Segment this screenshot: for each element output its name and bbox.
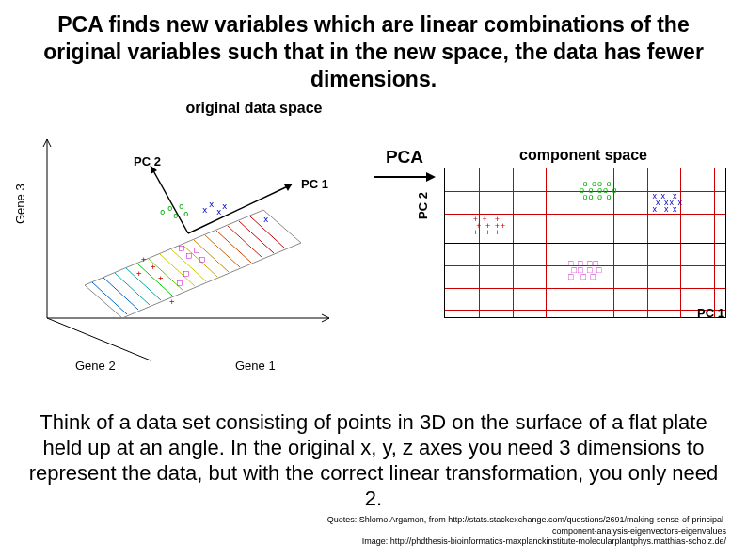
svg-text:□: □: [199, 254, 205, 264]
plot-2d: + + + + + ++ + + + o oo o o o oo o oo o …: [444, 168, 726, 318]
svg-text:+: +: [169, 296, 175, 306]
svg-line-5: [322, 314, 329, 318]
arrow-icon: [372, 169, 437, 184]
pca-label: PCA: [367, 147, 442, 168]
svg-text:o: o: [183, 209, 188, 218]
axis-label-pc2: PC 2: [416, 192, 430, 219]
svg-text:□: □: [186, 250, 192, 260]
slide-title: PCA finds new variables which are linear…: [0, 0, 747, 92]
tilted-plane: [85, 210, 301, 318]
credit-line: component-analysis-eigenvectors-eigenval…: [327, 526, 726, 536]
svg-line-10: [115, 273, 150, 305]
svg-line-6: [322, 318, 329, 322]
svg-text:□: □: [179, 243, 184, 252]
svg-marker-7: [85, 210, 301, 318]
pca-transform-arrow: PCA: [367, 147, 442, 184]
svg-text:□: □: [194, 245, 199, 254]
axis-label-gene2: Gene 2: [75, 359, 116, 373]
svg-text:+: +: [158, 273, 164, 282]
chart-title-left: original data space: [132, 100, 376, 117]
svg-line-18: [205, 235, 240, 267]
svg-text:□: □: [177, 278, 183, 287]
chart-original-space: original data space: [19, 100, 376, 392]
chart-title-right: component space: [433, 147, 734, 164]
figure: original data space: [0, 100, 747, 401]
credits: Quotes: Shlomo Argamon, from http://stat…: [327, 515, 726, 547]
svg-line-3: [47, 318, 151, 360]
svg-line-21: [239, 221, 274, 253]
axis-label-gene3: Gene 3: [13, 184, 27, 225]
svg-text:o: o: [160, 207, 165, 216]
axis-label-gene1: Gene 1: [235, 359, 276, 373]
svg-line-9: [103, 278, 138, 310]
svg-text:x: x: [263, 215, 269, 224]
pc2-arrow-label: PC 2: [134, 154, 161, 168]
svg-line-25: [151, 166, 188, 233]
svg-text:o: o: [173, 211, 178, 220]
svg-text:o: o: [167, 203, 172, 213]
svg-text:+: +: [136, 268, 142, 278]
svg-text:x: x: [202, 205, 208, 215]
svg-line-2: [47, 139, 51, 147]
svg-text:x: x: [209, 200, 215, 209]
svg-line-20: [228, 226, 262, 258]
axis-label-pc1: PC 1: [697, 306, 724, 320]
svg-text:+: +: [151, 262, 156, 271]
chart-component-space: component space PC 2 + + + + + ++ + + + …: [433, 147, 734, 354]
credit-line: Image: http://phdthesis-bioinformatics-m…: [327, 536, 726, 547]
axes-3d: ooooo xxxxx +++++ □□□□□□: [19, 120, 358, 365]
svg-line-19: [216, 231, 251, 263]
pc1-arrow-label: PC 1: [301, 177, 328, 191]
svg-line-11: [126, 268, 161, 300]
credit-line: Quotes: Shlomo Argamon, from http://stat…: [327, 515, 726, 525]
plot-3d: ooooo xxxxx +++++ □□□□□□ Gene 3 Gene 2 G…: [19, 120, 358, 365]
explanation-text: Think of a data set consisting of points…: [0, 410, 747, 511]
svg-text:x: x: [222, 201, 228, 211]
svg-line-1: [43, 139, 47, 147]
svg-text:□: □: [183, 268, 189, 278]
svg-line-8: [92, 282, 127, 314]
svg-text:+: +: [141, 254, 147, 264]
